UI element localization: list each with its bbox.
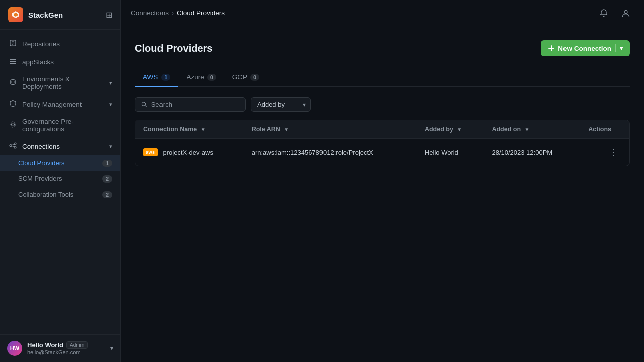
user-name-row: Hello World Admin: [27, 341, 105, 349]
user-email: hello@StackGen.com: [27, 349, 105, 355]
table-header: Connection Name ▼ Role ARN ▼ Added by ▼: [135, 120, 629, 139]
connection-name-cell: aws projectX-dev-aws: [143, 148, 235, 156]
sort-role-arn[interactable]: ▼: [284, 127, 289, 132]
sidebar-item-repositories[interactable]: Repositories: [0, 35, 120, 53]
svg-line-18: [12, 146, 14, 147]
sidebar-item-policy[interactable]: Policy Management ▾: [0, 95, 120, 113]
avatar-initials: HW: [10, 345, 19, 351]
policy-icon: [8, 100, 17, 109]
breadcrumb-cloud-providers: Cloud Providers: [177, 9, 225, 17]
topbar-actions: [596, 5, 634, 21]
environments-chevron: ▾: [109, 80, 112, 86]
svg-point-13: [10, 122, 16, 127]
connections-chevron: ▾: [109, 143, 112, 150]
policy-label: Policy Management: [22, 101, 82, 108]
environments-label: Environments & Deployments: [22, 75, 104, 90]
appstacks-label: appStacks: [22, 58, 54, 66]
user-chevron-icon: ▾: [110, 345, 113, 352]
user-name: Hello World: [27, 341, 63, 349]
sidebar-item-environments[interactable]: Environments & Deployments ▾: [0, 71, 120, 95]
added-by-filter-wrap: Added by User A User B: [251, 97, 311, 112]
page-title: Cloud Providers: [135, 43, 212, 54]
col-connection-name: Connection Name ▼: [135, 120, 244, 139]
governance-icon: [8, 121, 17, 130]
added-by-filter[interactable]: Added by User A User B: [251, 97, 311, 112]
sidebar: StackGen ⊞ Repositories: [0, 0, 121, 362]
tabs-container: AWS 1 Azure 0 GCP 0: [135, 68, 630, 87]
svg-point-14: [10, 145, 12, 147]
cloud-providers-label: Cloud Providers: [18, 159, 65, 167]
svg-line-23: [145, 105, 147, 107]
user-role-badge: Admin: [66, 341, 88, 349]
tab-aws-label: AWS: [143, 73, 158, 81]
repositories-label: Repositories: [22, 40, 60, 48]
sort-connection-name[interactable]: ▼: [201, 127, 206, 132]
col-role-arn: Role ARN ▼: [244, 120, 417, 139]
svg-rect-6: [10, 61, 16, 62]
svg-line-17: [12, 144, 14, 146]
breadcrumb-separator: ›: [172, 10, 174, 17]
sidebar-subitem-scm-providers[interactable]: SCM Providers 2: [0, 171, 120, 187]
sidebar-footer[interactable]: HW Hello World Admin hello@StackGen.com …: [0, 334, 120, 362]
topbar: Connections › Cloud Providers: [121, 0, 644, 26]
notification-button[interactable]: [596, 5, 612, 21]
governance-label: Governance Pre-configurations: [22, 118, 112, 133]
breadcrumb: Connections › Cloud Providers: [131, 9, 225, 17]
collaboration-tools-label: Collaboration Tools: [18, 191, 73, 198]
search-box: [135, 97, 246, 112]
app-logo: [8, 7, 23, 22]
btn-divider: [615, 44, 616, 52]
cell-added-on: 28/10/2023 12:00PM: [484, 139, 580, 166]
layout-icon[interactable]: ⊞: [106, 10, 112, 20]
cell-connection-name: aws projectX-dev-aws: [135, 139, 244, 166]
main-content: Connections › Cloud Providers Cloud Prov…: [121, 0, 644, 362]
btn-dropdown-arrow: ▾: [620, 45, 623, 52]
search-input[interactable]: [151, 101, 239, 108]
connections-icon: [8, 142, 17, 151]
aws-logo: aws: [143, 148, 158, 156]
sidebar-item-appstacks[interactable]: appStacks: [0, 53, 120, 71]
user-button[interactable]: [618, 5, 634, 21]
connections-table-container: Connection Name ▼ Role ARN ▼ Added by ▼: [135, 120, 630, 166]
col-added-by: Added by ▼: [417, 120, 484, 139]
sidebar-item-connections[interactable]: Connections ▾: [0, 137, 120, 155]
sidebar-subitem-cloud-providers[interactable]: Cloud Providers 1: [0, 155, 120, 171]
sidebar-subitem-collaboration-tools[interactable]: Collaboration Tools 2: [0, 187, 120, 202]
table-body: aws projectX-dev-aws arn:aws:iam::123456…: [135, 139, 629, 166]
connections-label: Connections: [22, 143, 60, 150]
svg-point-19: [624, 10, 627, 13]
svg-rect-8: [10, 63, 16, 64]
sidebar-item-governance[interactable]: Governance Pre-configurations: [0, 113, 120, 137]
tab-gcp[interactable]: GCP 0: [224, 68, 267, 87]
tab-azure-badge: 0: [207, 74, 216, 81]
tab-gcp-label: GCP: [232, 73, 247, 81]
new-connection-label: New Connection: [558, 45, 611, 52]
repositories-icon: [8, 39, 17, 48]
policy-chevron: ▾: [109, 101, 112, 108]
action-menu-button[interactable]: ⋮: [606, 146, 621, 159]
user-info: Hello World Admin hello@StackGen.com: [27, 341, 105, 355]
tab-azure[interactable]: Azure 0: [178, 68, 224, 87]
collaboration-tools-badge: 2: [102, 191, 112, 198]
app-name: StackGen: [28, 11, 63, 19]
svg-point-15: [14, 143, 16, 145]
scm-providers-label: SCM Providers: [18, 175, 62, 183]
new-connection-button[interactable]: New Connection ▾: [541, 40, 630, 56]
scm-providers-badge: 2: [102, 175, 112, 183]
avatar: HW: [7, 341, 22, 356]
svg-point-16: [14, 146, 16, 148]
sort-added-by[interactable]: ▼: [457, 127, 462, 132]
connections-table: Connection Name ▼ Role ARN ▼ Added by ▼: [135, 120, 629, 166]
tab-aws[interactable]: AWS 1: [135, 68, 178, 87]
cell-role-arn: arn:aws:iam::123456789012:role/ProjectX: [244, 139, 417, 166]
breadcrumb-connections[interactable]: Connections: [131, 9, 169, 17]
svg-rect-7: [10, 59, 16, 60]
table-header-row: Connection Name ▼ Role ARN ▼ Added by ▼: [135, 120, 629, 139]
page-header: Cloud Providers New Connection ▾: [135, 40, 630, 56]
tab-azure-label: Azure: [186, 73, 204, 81]
table-row: aws projectX-dev-aws arn:aws:iam::123456…: [135, 139, 629, 166]
sidebar-header: StackGen ⊞: [0, 0, 120, 30]
sort-added-on[interactable]: ▼: [525, 127, 530, 132]
cloud-providers-badge: 1: [102, 160, 112, 167]
tab-gcp-badge: 0: [250, 74, 259, 81]
